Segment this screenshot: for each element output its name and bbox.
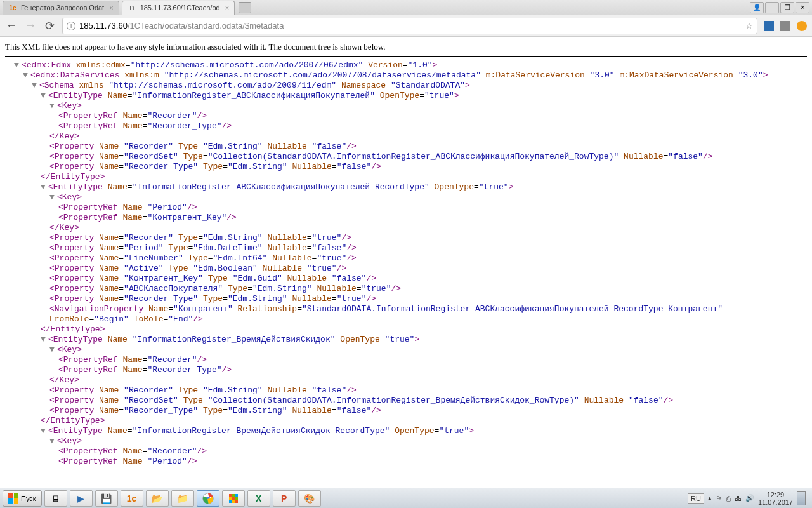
taskbar-app-icon[interactable]: 📁 xyxy=(171,490,194,507)
new-tab-button[interactable] xyxy=(239,2,251,13)
tab-title: Генератор Запросов Odat xyxy=(21,4,104,11)
address-bar: ← → ⟳ i 185.11.73.60/1CTeach/odata/stand… xyxy=(0,15,812,37)
favicon-icon: 🗋 xyxy=(128,3,136,12)
clock[interactable]: 12:29 11.07.2017 xyxy=(758,491,793,506)
tray-volume-icon[interactable]: 🔊 xyxy=(745,494,754,502)
close-icon[interactable]: × xyxy=(225,4,229,11)
chrome-icon xyxy=(202,493,214,504)
bookmark-icon[interactable]: ☆ xyxy=(745,21,753,30)
minimize-icon[interactable]: — xyxy=(765,2,779,13)
back-button[interactable]: ← xyxy=(5,19,18,32)
tab-title: 185.11.73.60/1CTeach/od xyxy=(140,4,220,11)
extension-icon[interactable] xyxy=(764,21,774,31)
close-window-icon[interactable]: ✕ xyxy=(796,2,809,13)
start-label: Пуск xyxy=(21,495,36,502)
xml-notice: This XML file does not appear to have an… xyxy=(5,42,807,57)
url-host: 185.11.73.60 xyxy=(79,21,128,30)
show-desktop-button[interactable] xyxy=(797,491,806,505)
start-button[interactable]: Пуск xyxy=(3,490,42,507)
page-content: This XML file does not appear to have an… xyxy=(0,37,812,508)
date: 11.07.2017 xyxy=(758,498,793,506)
taskbar-paint-icon[interactable]: 🎨 xyxy=(298,490,321,507)
taskbar-app-icon[interactable] xyxy=(222,490,245,507)
info-icon[interactable]: i xyxy=(67,22,75,30)
tray-icon[interactable]: ⎙ xyxy=(726,495,731,502)
taskbar-app-icon[interactable]: 🖥 xyxy=(44,490,67,507)
url-input[interactable]: i 185.11.73.60/1CTeach/odata/standard.od… xyxy=(62,18,757,34)
taskbar-app-icon[interactable]: 💾 xyxy=(95,490,118,507)
windows-logo-icon xyxy=(8,493,18,504)
extension-icon[interactable] xyxy=(780,21,790,31)
browser-tab-1[interactable]: 🗋 185.11.73.60/1CTeach/od × xyxy=(122,1,235,15)
user-icon[interactable]: 👤 xyxy=(750,2,764,13)
taskbar: Пуск 🖥 ▶ 💾 1c 📂 📁 X P 🎨 RU ▴ 🏳 ⎙ 🖧 🔊 12:… xyxy=(0,488,812,508)
close-icon[interactable]: × xyxy=(109,4,113,11)
reload-button[interactable]: ⟳ xyxy=(43,19,56,33)
url-path: /1CTeach/odata/standard.odata/$metadata xyxy=(128,21,284,30)
xml-tree: ▼<edmx:Edmx xmlns:edmx="http://schemas.m… xyxy=(5,60,807,467)
tray-flag-icon[interactable]: 🏳 xyxy=(716,495,723,502)
profile-icon[interactable] xyxy=(797,21,807,31)
taskbar-app-icon[interactable]: 📂 xyxy=(146,490,169,507)
tray-network-icon[interactable]: 🖧 xyxy=(735,495,742,502)
taskbar-chrome-icon[interactable] xyxy=(197,490,219,507)
system-tray: RU ▴ 🏳 ⎙ 🖧 🔊 12:29 11.07.2017 xyxy=(688,491,809,506)
browser-tab-0[interactable]: 1c Генератор Запросов Odat × xyxy=(3,1,119,15)
favicon-icon: 1c xyxy=(8,3,17,12)
taskbar-excel-icon[interactable]: X xyxy=(247,490,270,507)
time: 12:29 xyxy=(758,491,793,498)
tray-icon[interactable]: ▴ xyxy=(708,494,712,502)
language-indicator[interactable]: RU xyxy=(688,493,704,504)
forward-button[interactable]: → xyxy=(24,19,37,32)
taskbar-app-icon[interactable]: 1c xyxy=(121,490,143,507)
taskbar-app-icon[interactable]: ▶ xyxy=(70,490,93,507)
browser-title-bar: 1c Генератор Запросов Odat × 🗋 185.11.73… xyxy=(0,0,812,15)
taskbar-powerpoint-icon[interactable]: P xyxy=(273,490,296,507)
maximize-icon[interactable]: ❐ xyxy=(780,2,794,13)
